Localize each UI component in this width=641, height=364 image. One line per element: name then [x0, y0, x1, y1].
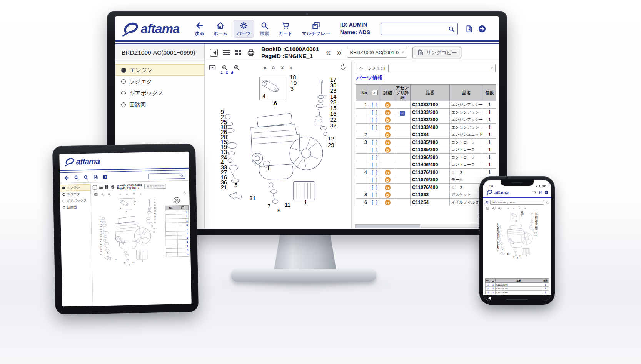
page-step-controls[interactable]: « ∧ ∨ » — [119, 192, 143, 196]
cell-value[interactable]: 1 — [177, 210, 189, 214]
detail-cell[interactable]: D — [381, 139, 394, 146]
assembly-cell[interactable]: ≣ — [394, 109, 411, 116]
parts-info-link[interactable]: パーツ情報 — [356, 75, 382, 82]
col-checkbox[interactable]: ✓ — [369, 85, 381, 101]
book-select-dropdown[interactable]: BRDZ1000-AC(0001-0 ˅ — [347, 48, 407, 58]
detail-badge[interactable]: D — [385, 177, 391, 183]
tablet-exploded-diagram[interactable] — [91, 196, 167, 306]
copy-document-icon[interactable] — [539, 190, 543, 194]
print-icon[interactable] — [247, 48, 255, 57]
detail-badge[interactable]: D — [385, 110, 391, 115]
nav-cart[interactable]: カート — [275, 20, 296, 38]
sidebar-item-engine[interactable]: エンジン — [60, 184, 90, 192]
detail-cell[interactable]: D — [381, 199, 394, 206]
zoom-preset-3[interactable]: 4 — [231, 70, 233, 74]
search-icon[interactable] — [546, 201, 549, 204]
row-checkbox[interactable]: [ ] — [369, 184, 381, 191]
detail-badge[interactable]: D — [385, 132, 391, 138]
row-checkbox[interactable]: [ ] — [369, 169, 381, 176]
detail-cell[interactable]: D — [381, 169, 394, 176]
row-checkbox[interactable]: [ ] — [369, 101, 381, 109]
link-copy-button[interactable]: リンクコピー — [144, 183, 166, 189]
prev-book-button[interactable]: « — [326, 48, 331, 58]
collapse-sidebar-button[interactable] — [93, 185, 97, 189]
scrollbar-thumb[interactable] — [355, 224, 420, 227]
go-circle-arrow-icon[interactable] — [544, 190, 548, 194]
zoom-in-icon[interactable] — [233, 64, 240, 71]
row-checkbox[interactable]: [ ] — [369, 154, 381, 161]
checkbox-all-icon[interactable]: ✓ — [372, 90, 378, 95]
go-circle-arrow-icon[interactable] — [478, 25, 486, 33]
detail-cell[interactable]: D — [381, 191, 394, 199]
go-circle-arrow-icon[interactable] — [102, 174, 108, 180]
nav-back[interactable]: 戻る — [192, 20, 207, 38]
row-checkbox[interactable]: [ ] — [369, 124, 381, 131]
detail-cell[interactable]: D — [381, 101, 394, 109]
search-icon[interactable] — [533, 190, 537, 194]
phone-back-icon[interactable] — [487, 297, 491, 300]
detail-badge[interactable]: D — [385, 102, 391, 108]
last-page-button[interactable]: » — [289, 64, 292, 72]
row-checkbox[interactable]: [ ] — [369, 116, 381, 124]
sidebar-item-circuit[interactable]: 回路図 — [115, 99, 204, 110]
link-copy-button[interactable]: リンクコピー — [412, 47, 461, 58]
row-checkbox[interactable]: [ ] — [369, 191, 381, 199]
nav-home[interactable]: ホーム — [210, 20, 231, 38]
header-search-box[interactable] — [381, 23, 458, 35]
cell-value[interactable]: 1 — [177, 218, 189, 223]
zoom-in-icon[interactable] — [498, 207, 501, 210]
header-search-input[interactable] — [384, 26, 448, 32]
zoom-out-icon[interactable] — [492, 207, 495, 210]
row-checkbox[interactable]: [ ] — [369, 139, 381, 146]
rotate-reset-icon[interactable] — [339, 63, 347, 71]
print-icon[interactable] — [110, 185, 115, 189]
cell-check[interactable]: 1 — [491, 283, 496, 287]
nav-multiframe[interactable]: マルチフレー — [299, 20, 333, 38]
aftama-logo[interactable]: aftama — [122, 21, 179, 37]
cell-value[interactable]: 1 — [177, 227, 189, 231]
zoom-out-icon[interactable] — [101, 193, 104, 196]
row-checkbox[interactable]: [ ] — [369, 109, 381, 116]
cell-value[interactable]: 1 — [177, 239, 189, 244]
fit-image-icon[interactable] — [209, 64, 216, 72]
first-page-button[interactable]: « — [263, 64, 267, 72]
detail-badge[interactable]: D — [385, 200, 391, 205]
page-down-button[interactable]: « — [279, 66, 286, 69]
cell-value[interactable]: 0 — [177, 235, 189, 240]
detail-badge[interactable]: D — [385, 117, 391, 123]
sidebar-item-radiator[interactable]: ラジエタ — [115, 76, 204, 87]
detail-badge[interactable]: D — [385, 147, 391, 153]
tablet-search-box[interactable] — [148, 172, 185, 179]
page-step-controls[interactable]: « ∧ ∨ » — [507, 207, 527, 210]
cell-value[interactable]: 0 — [178, 252, 189, 257]
search-submit-icon[interactable] — [448, 25, 455, 33]
detail-badge[interactable]: D — [385, 192, 391, 198]
copy-document-icon[interactable] — [465, 25, 473, 33]
sidebar-item-engine[interactable]: エンジン — [115, 64, 204, 76]
page-memo-bar[interactable]: ページメモ:[ ] ˅ — [356, 64, 496, 72]
detail-cell[interactable]: D — [381, 131, 394, 139]
collapse-sidebar-button[interactable] — [210, 49, 218, 57]
book-select-dropdown[interactable]: BRDZ1000-AC(0001-0 — [490, 200, 544, 205]
next-book-button[interactable]: » — [337, 48, 341, 58]
detail-cell[interactable]: D — [381, 146, 394, 154]
detail-cell[interactable]: D — [381, 116, 394, 124]
detail-badge[interactable]: D — [385, 140, 391, 145]
detail-badge[interactable]: D — [385, 125, 391, 130]
back-arrow-icon[interactable] — [63, 175, 69, 180]
page-up-button[interactable]: « — [270, 66, 277, 69]
nav-search[interactable]: 検索 — [257, 20, 272, 38]
zoom-preset-1[interactable]: 1 — [221, 70, 222, 74]
detail-cell[interactable]: D — [381, 109, 394, 116]
grid-view-icon[interactable] — [105, 185, 108, 189]
memo-chevron-down-icon[interactable]: ˅ — [491, 66, 495, 70]
detail-cell[interactable]: D — [381, 176, 394, 184]
detail-badge[interactable]: D — [385, 185, 391, 190]
fit-image-icon[interactable] — [486, 207, 489, 210]
zoom-out-icon[interactable] — [73, 175, 79, 180]
list-view-icon[interactable] — [99, 186, 103, 189]
compass-icon[interactable] — [174, 197, 180, 203]
rotate-reset-icon[interactable] — [183, 191, 186, 194]
fit-image-icon[interactable] — [94, 192, 98, 196]
copy-document-icon[interactable] — [93, 174, 98, 180]
